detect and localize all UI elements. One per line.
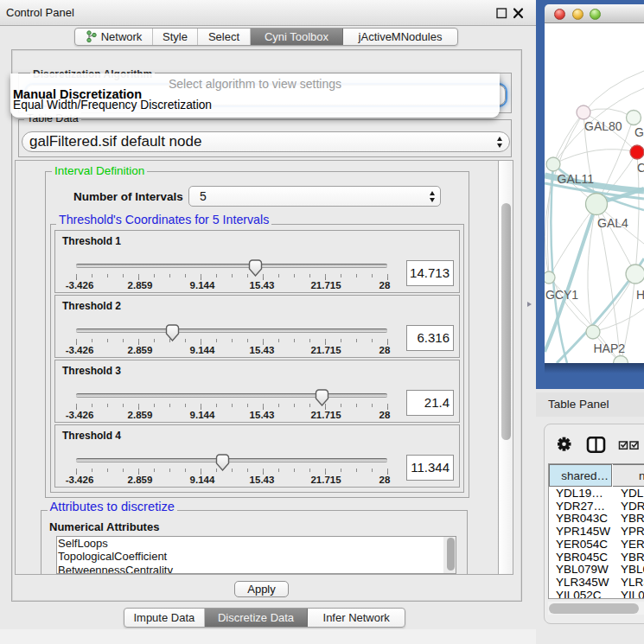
svg-text:HAP2: HAP2 — [594, 341, 626, 355]
svg-text:GCY1: GCY1 — [545, 288, 578, 302]
svg-text:GAL4: GAL4 — [597, 216, 628, 230]
svg-text:GAL11: GAL11 — [558, 172, 595, 186]
svg-text:GAL80: GAL80 — [584, 119, 622, 133]
svg-text:GA: GA — [634, 125, 644, 139]
svg-text:H: H — [636, 288, 644, 302]
svg-text:C: C — [637, 161, 644, 175]
